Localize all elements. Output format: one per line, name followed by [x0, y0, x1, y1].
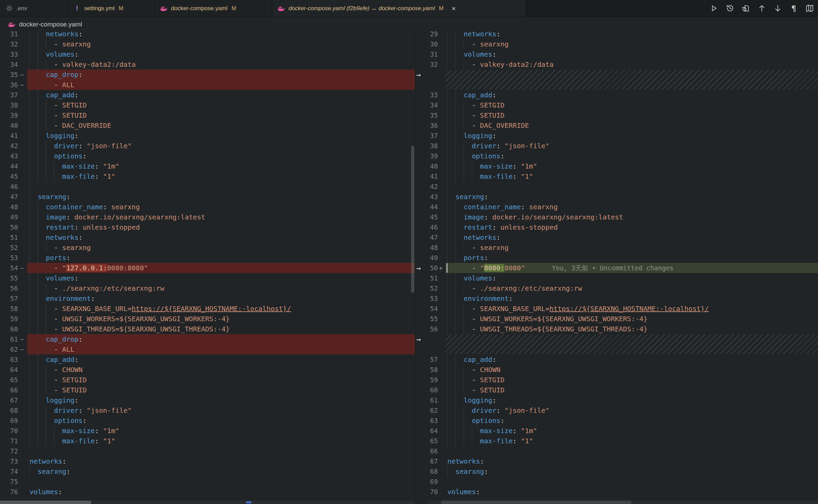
code-line[interactable]: 39options:: [428, 151, 818, 161]
code-line[interactable]: 48container_name: searxng: [0, 202, 415, 212]
code-line[interactable]: 42driver: "json-file": [0, 141, 415, 151]
code-line[interactable]: 66- SETUID: [0, 385, 415, 395]
code-line[interactable]: 31volumes:: [428, 49, 818, 59]
code-line[interactable]: 43options:: [0, 151, 415, 161]
code-line[interactable]: 71max-file: "1": [0, 436, 415, 446]
code-line[interactable]: 50+- "8080:8080"You, 3天前 • Uncommitted c…: [428, 263, 818, 273]
code-line[interactable]: 65max-file: "1": [428, 436, 818, 446]
code-line[interactable]: 45max-file: "1": [0, 171, 415, 181]
code-line[interactable]: 53ports:: [0, 253, 415, 263]
tab-3[interactable]: docker-compose.yamlM: [155, 0, 272, 17]
code-line[interactable]: 44max-size: "1m": [0, 161, 415, 171]
code-line[interactable]: 29networks:: [428, 32, 818, 39]
code-line[interactable]: 38- SETGID: [0, 100, 415, 110]
code-line[interactable]: 68searxng:: [428, 466, 818, 477]
code-line[interactable]: 76volumes:: [0, 487, 415, 497]
code-line[interactable]: 72: [0, 446, 415, 456]
code-line[interactable]: 56- UWSGI_THREADS=${SEARXNG_UWSGI_THREAD…: [428, 324, 818, 334]
code-line[interactable]: 60- SETUID: [428, 385, 818, 395]
code-line[interactable]: 74searxng:: [0, 466, 415, 477]
code-line[interactable]: 65- SETGID: [0, 375, 415, 385]
code-line[interactable]: 70volumes:: [428, 487, 818, 497]
horizontal-scrollbar-slider[interactable]: [441, 501, 631, 504]
code-line[interactable]: 35- SETUID: [428, 110, 818, 120]
code-line[interactable]: 45image: docker.io/searxng/searxng:lates…: [428, 212, 818, 222]
breadcrumb[interactable]: docker-compose.yaml: [0, 17, 818, 32]
code-line[interactable]: 62driver: "json-file": [428, 405, 818, 415]
code-line[interactable]: 64- CHOWN: [0, 365, 415, 375]
code-line[interactable]: 36- DAC_OVERRIDE: [428, 120, 818, 131]
history-icon[interactable]: [726, 4, 734, 13]
code-line[interactable]: 53environment:: [428, 293, 818, 304]
horizontal-scrollbar[interactable]: [0, 501, 415, 504]
code-line[interactable]: 58- SEARXNG_BASE_URL=https://${SEARXNG_H…: [0, 304, 415, 314]
tab-1[interactable]: .env: [0, 0, 68, 17]
code-line[interactable]: 54−- "127.0.0.1:8080:8080": [0, 263, 415, 273]
code-line[interactable]: 34- valkey-data2:/data: [0, 59, 415, 70]
code-line[interactable]: 40max-size: "1m": [428, 161, 818, 171]
code-line[interactable]: 30- searxng: [428, 39, 818, 49]
code-line[interactable]: 39- SETUID: [0, 110, 415, 120]
code-line[interactable]: 69: [428, 477, 818, 487]
code-line[interactable]: 33volumes:: [0, 49, 415, 59]
code-line[interactable]: 35−cap_drop:: [0, 70, 415, 80]
code-line[interactable]: 31networks:: [0, 32, 415, 39]
code-line[interactable]: 75: [0, 477, 415, 487]
tab-4[interactable]: docker-compose.yaml (f2b9efe) ↔ docker-c…: [272, 0, 526, 17]
code-line[interactable]: 43searxng:: [428, 192, 818, 202]
pilcrow-icon[interactable]: ¶: [789, 4, 798, 13]
code-line[interactable]: 61−cap_drop:: [0, 334, 415, 344]
code-line[interactable]: 47searxng:: [0, 192, 415, 202]
horizontal-scrollbar-slider[interactable]: [0, 501, 91, 504]
code-line[interactable]: 49image: docker.io/searxng/searxng:lates…: [0, 212, 415, 222]
revert-change-arrow-icon[interactable]: →: [416, 334, 421, 344]
code-line[interactable]: 58- CHOWN: [428, 365, 818, 375]
vertical-scrollbar[interactable]: [411, 146, 414, 292]
file-refresh-icon[interactable]: [742, 4, 750, 13]
code-line[interactable]: 70max-size: "1m": [0, 426, 415, 436]
code-line[interactable]: 57environment:: [0, 293, 415, 304]
code-line[interactable]: 47networks:: [428, 232, 818, 243]
code-line[interactable]: 66: [428, 446, 818, 456]
code-line[interactable]: 73networks:: [0, 456, 415, 466]
code-line[interactable]: 32- valkey-data2:/data: [428, 59, 818, 70]
code-line[interactable]: 61logging:: [428, 395, 818, 405]
code-line[interactable]: 62−- ALL: [0, 344, 415, 354]
code-line[interactable]: 51networks:: [0, 232, 415, 243]
code-line[interactable]: 52- ./searxng:/etc/searxng:rw: [428, 283, 818, 293]
code-line[interactable]: 50restart: unless-stopped: [0, 222, 415, 232]
code-line[interactable]: 46: [0, 181, 415, 192]
code-line[interactable]: 57cap_add:: [428, 354, 818, 365]
code-line[interactable]: 37cap_add:: [0, 90, 415, 100]
editor-pane-modified[interactable]: 29networks:30- searxng31volumes:32- valk…: [428, 32, 818, 504]
tab-2[interactable]: !settings.ymlM: [68, 0, 155, 17]
code-line[interactable]: 44container_name: searxng: [428, 202, 818, 212]
revert-change-arrow-icon[interactable]: →: [416, 70, 421, 80]
code-line[interactable]: 63cap_add:: [0, 354, 415, 365]
code-line[interactable]: 34- SETGID: [428, 100, 818, 110]
code-line[interactable]: 55volumes:: [0, 273, 415, 283]
editor-pane-original[interactable]: 31networks:32- searxng33volumes:34- valk…: [0, 32, 415, 504]
revert-change-arrow-icon[interactable]: →: [416, 263, 421, 273]
code-line[interactable]: 46restart: unless-stopped: [428, 222, 818, 232]
map-icon[interactable]: [805, 4, 814, 13]
play-icon[interactable]: [710, 4, 718, 13]
code-line[interactable]: 59- UWSGI_WORKERS=${SEARXNG_UWSGI_WORKER…: [0, 314, 415, 324]
code-line[interactable]: 55- UWSGI_WORKERS=${SEARXNG_UWSGI_WORKER…: [428, 314, 818, 324]
code-line[interactable]: 48- searxng: [428, 243, 818, 253]
code-line[interactable]: 67logging:: [0, 395, 415, 405]
code-line[interactable]: 51volumes:: [428, 273, 818, 283]
arrow-up-icon[interactable]: [758, 4, 766, 13]
code-line[interactable]: 52- searxng: [0, 243, 415, 253]
code-line[interactable]: 69options:: [0, 415, 415, 426]
code-line[interactable]: 63options:: [428, 415, 818, 426]
code-line[interactable]: 36−- ALL: [0, 80, 415, 90]
close-icon[interactable]: ×: [452, 5, 456, 12]
code-line[interactable]: 42: [428, 181, 818, 192]
code-line[interactable]: 60- UWSGI_THREADS=${SEARXNG_UWSGI_THREAD…: [0, 324, 415, 334]
code-line[interactable]: 67networks:: [428, 456, 818, 466]
code-line[interactable]: 41logging:: [0, 131, 415, 141]
code-line[interactable]: 49ports:: [428, 253, 818, 263]
code-line[interactable]: 64max-size: "1m": [428, 426, 818, 436]
code-line[interactable]: 33cap_add:: [428, 90, 818, 100]
